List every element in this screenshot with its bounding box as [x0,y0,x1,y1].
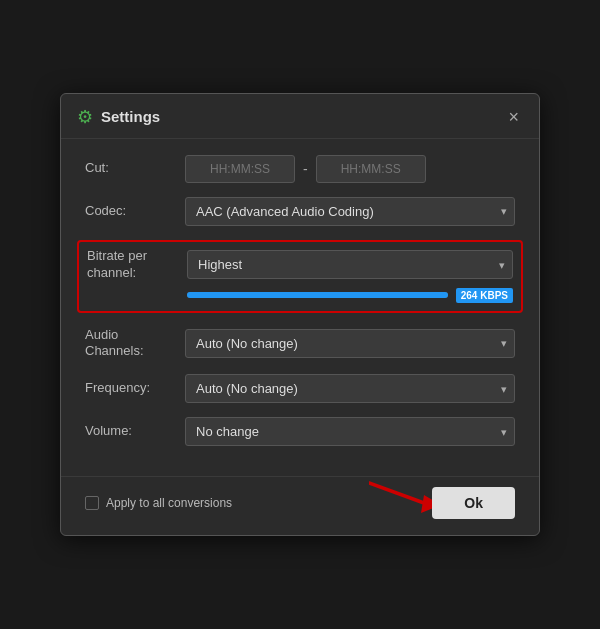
bitrate-slider-row: 264 KBPS [87,288,513,303]
audio-channels-label: Audio Channels: [85,327,185,361]
frequency-row: Frequency: Auto (No change) ▾ [85,374,515,403]
volume-select-wrap: No change ▾ [185,417,515,446]
bitrate-select-wrap: Highest ▾ [187,250,513,279]
apply-all-text: Apply to all conversions [106,496,232,510]
apply-all-label[interactable]: Apply to all conversions [85,496,232,510]
cut-row: Cut: - [85,155,515,183]
cut-end-input[interactable] [316,155,426,183]
cut-dash: - [303,161,308,177]
codec-select-wrap: AAC (Advanced Audio Coding) ▾ [185,197,515,226]
audio-channels-select[interactable]: Auto (No change) [185,329,515,358]
dialog-title: Settings [101,108,160,125]
volume-row: Volume: No change ▾ [85,417,515,446]
settings-dialog: ⚙ Settings × Cut: - Codec: AAC (Advanced… [60,93,540,537]
title-left: ⚙ Settings [77,106,160,128]
volume-label: Volume: [85,423,185,440]
bitrate-select[interactable]: Highest [187,250,513,279]
bitrate-slider-track [187,292,448,298]
bitrate-row: Bitrate per channel: Highest ▾ 264 KBPS [77,240,523,313]
codec-label: Codec: [85,203,185,220]
cut-start-input[interactable] [185,155,295,183]
form-area: Cut: - Codec: AAC (Advanced Audio Coding… [61,139,539,473]
frequency-select[interactable]: Auto (No change) [185,374,515,403]
kbps-badge: 264 KBPS [456,288,513,303]
codec-select[interactable]: AAC (Advanced Audio Coding) [185,197,515,226]
svg-line-0 [369,483,424,503]
close-button[interactable]: × [504,106,523,128]
gear-icon: ⚙ [77,106,93,128]
cut-inputs: - [185,155,515,183]
frequency-label: Frequency: [85,380,185,397]
ok-button[interactable]: Ok [432,487,515,519]
volume-select[interactable]: No change [185,417,515,446]
footer: Apply to all conversions Ok [61,476,539,535]
audio-channels-select-wrap: Auto (No change) ▾ [185,329,515,358]
audio-channels-row: Audio Channels: Auto (No change) ▾ [85,327,515,361]
bitrate-label: Bitrate per channel: [87,248,187,282]
apply-all-checkbox[interactable] [85,496,99,510]
frequency-select-wrap: Auto (No change) ▾ [185,374,515,403]
bitrate-slider-fill [187,292,448,298]
cut-label: Cut: [85,160,185,177]
codec-row: Codec: AAC (Advanced Audio Coding) ▾ [85,197,515,226]
title-bar: ⚙ Settings × [61,94,539,139]
